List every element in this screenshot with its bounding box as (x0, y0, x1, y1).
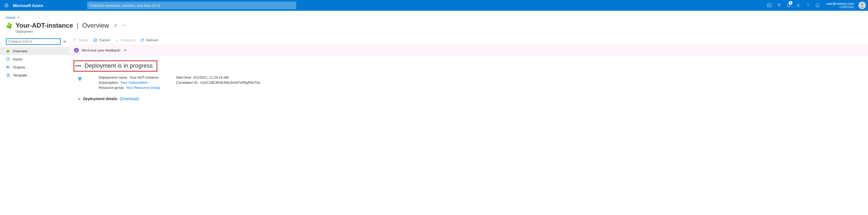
hamburger-menu-button[interactable] (0, 3, 13, 8)
status-text: Deployment is in progress (85, 62, 153, 69)
feedback-button[interactable] (813, 0, 822, 11)
search-icon (89, 3, 93, 7)
tenant-name: CONTOSO (840, 6, 854, 9)
filter-icon (777, 3, 781, 8)
avatar[interactable] (858, 2, 866, 9)
delete-button: Delete (72, 38, 89, 42)
deployment-details-label: Deployment details (83, 97, 117, 101)
deployment-meta: Deployment name: Your-ADT-instance Subsc… (73, 72, 864, 90)
correlation-id-label: Correlation ID: (176, 81, 199, 85)
svg-point-23 (81, 77, 82, 78)
more-icon (122, 23, 126, 28)
breadcrumb-separator: > (16, 16, 20, 20)
cancel-icon (93, 38, 98, 42)
resource-type-subtitle: Deployment (0, 30, 868, 36)
svg-point-5 (817, 5, 817, 5)
svg-point-14 (125, 25, 125, 26)
redeploy-icon (115, 38, 119, 42)
global-search-input[interactable] (93, 3, 294, 7)
help-icon (806, 3, 810, 8)
azure-brand[interactable]: Microsoft Azure (13, 3, 50, 8)
svg-point-7 (861, 4, 863, 5)
start-time-label: Start time: (176, 75, 192, 79)
section-name: Overview (82, 22, 109, 29)
svg-rect-16 (6, 51, 8, 52)
smiley-icon (815, 3, 820, 8)
resource-group-label: Resource group: (99, 86, 124, 90)
svg-rect-1 (768, 4, 771, 7)
trash-icon (72, 38, 77, 42)
azure-topbar: Microsoft Azure 1 user@contoso.com CONTO… (0, 0, 868, 11)
feedback-text: We'd love your feedback! (82, 48, 120, 52)
deployment-resource-icon (6, 22, 13, 29)
cloud-shell-button[interactable] (765, 0, 774, 11)
sidebar-item-template[interactable]: Template (0, 71, 70, 79)
pin-icon (114, 23, 118, 28)
svg-rect-18 (7, 50, 8, 51)
svg-point-2 (798, 5, 799, 6)
chevron-down-icon (77, 97, 81, 101)
refresh-icon (140, 38, 145, 42)
sidebar-search[interactable] (6, 38, 61, 45)
subscription-link[interactable]: Your-Subscription (120, 81, 148, 85)
notification-badge: 1 (789, 1, 793, 5)
command-bar: Delete Cancel Redeploy Refresh (70, 36, 868, 45)
rocket-icon (74, 48, 79, 53)
inputs-icon (6, 57, 10, 61)
notifications-button[interactable]: 1 (784, 0, 793, 11)
svg-rect-11 (10, 24, 11, 26)
settings-button[interactable] (794, 0, 803, 11)
global-search[interactable] (87, 2, 296, 9)
svg-rect-9 (9, 26, 11, 28)
account-info[interactable]: user@contoso.com CONTOSO (824, 2, 856, 9)
sidebar-item-label: Template (13, 73, 27, 77)
resource-name: Your-ADT-instance (16, 22, 73, 29)
download-link[interactable]: (Download) (120, 97, 139, 101)
deployment-status-heading: ▪▪▪ Deployment is in progress (73, 60, 157, 72)
more-button[interactable] (120, 23, 126, 28)
person-icon (860, 3, 865, 8)
deployment-name-label: Deployment name: (99, 75, 128, 79)
topbar-actions: 1 (765, 0, 824, 11)
search-icon (8, 40, 11, 43)
sidebar-item-label: Outputs (13, 65, 25, 69)
pin-button[interactable] (112, 23, 118, 28)
hamburger-icon (4, 3, 9, 8)
svg-point-6 (818, 5, 819, 5)
double-chevron-left-icon (63, 40, 66, 44)
correlation-id-value: A1bC2dE3fH4iJ5kL6mN7oP8qR9sT0u (200, 81, 260, 85)
refresh-button[interactable]: Refresh (140, 38, 158, 42)
directory-filter-button[interactable] (775, 0, 783, 11)
svg-point-13 (124, 25, 124, 26)
subscription-label: Subscription: (99, 81, 119, 85)
help-button[interactable] (804, 0, 812, 11)
page-title-row: Your-ADT-instance | Overview (0, 21, 868, 30)
svg-point-3 (808, 6, 808, 7)
svg-point-22 (78, 77, 79, 78)
sidebar-item-label: Inputs (13, 57, 22, 61)
title-separator: | (75, 22, 79, 29)
resource-group-link[interactable]: Your-Resource-Group (126, 86, 160, 90)
breadcrumb-home[interactable]: Home (6, 16, 15, 20)
sidebar-search-input[interactable] (11, 40, 58, 44)
account-email: user@contoso.com (826, 2, 854, 6)
sidebar-item-inputs[interactable]: Inputs (0, 55, 70, 63)
deployment-name-value: Your-ADT-instance (129, 75, 159, 79)
cloud-shell-icon (767, 3, 772, 8)
digital-twins-icon (77, 75, 83, 90)
feedback-bar[interactable]: We'd love your feedback! (70, 45, 868, 56)
deployment-details-toggle[interactable]: Deployment details (Download) (73, 90, 864, 101)
sidebar-collapse-button[interactable] (63, 40, 66, 44)
outputs-icon (6, 65, 10, 69)
svg-point-12 (122, 25, 123, 26)
svg-rect-10 (8, 23, 10, 25)
cancel-button[interactable]: Cancel (93, 38, 110, 42)
svg-point-4 (816, 4, 819, 7)
svg-point-15 (8, 41, 11, 43)
svg-point-0 (90, 4, 92, 6)
sidebar-item-outputs[interactable]: Outputs (0, 63, 70, 71)
start-time-value: 6/2/2021, 11:24:14 AM (193, 75, 229, 79)
sidebar: Overview Inputs Outputs Template (0, 36, 70, 103)
sidebar-item-overview[interactable]: Overview (0, 47, 70, 55)
breadcrumb: Home > (0, 11, 868, 21)
